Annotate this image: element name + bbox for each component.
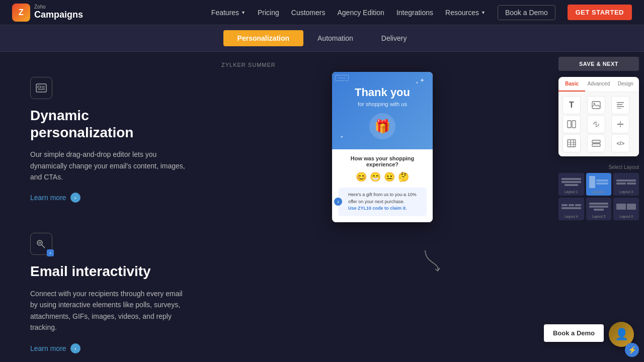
main-content: Dynamic personalization Our simple drag-… <box>0 52 644 362</box>
coupon-badge-icon: i <box>334 198 342 206</box>
email-interactivity-learn-more[interactable]: Learn more › <box>30 343 191 353</box>
svg-point-6 <box>39 242 41 244</box>
star-decoration-2: ✦ <box>416 81 419 85</box>
email-header: • • • • ✦ ✦ ✦ Thank you for shopping wit… <box>332 72 433 149</box>
email-header-frame: • • • • <box>335 75 349 81</box>
center-panel: ZYLKER SUMMER • • • • ✦ ✦ ✦ Thank you fo… <box>211 52 553 362</box>
layout-6-label: Layout 6 <box>615 215 637 218</box>
star-decoration: ✦ <box>420 77 425 84</box>
layouts-grid: Layout 1 Layout 2 <box>558 173 639 220</box>
editor-tab-design[interactable]: Design <box>612 77 639 92</box>
svg-line-7 <box>42 245 45 248</box>
layout-3-label: Layout 3 <box>615 190 637 194</box>
editor-btn-table[interactable] <box>562 134 581 152</box>
subnav-personalization[interactable]: Personalization <box>223 30 303 46</box>
dynamic-personalization-desc: Our simple drag-and-drop editor lets you… <box>30 149 191 183</box>
emoji-happy: 😊 <box>356 171 367 183</box>
curved-arrow-decoration <box>423 248 443 273</box>
email-interactivity-title: Email interactivity <box>30 263 191 280</box>
editor-btn-code[interactable]: </> <box>611 134 629 152</box>
editor-toolbar: T <box>558 92 639 156</box>
layout-3[interactable]: Layout 3 <box>613 173 639 196</box>
subnav-automation[interactable]: Automation <box>303 30 367 46</box>
editor-btn-text-align[interactable] <box>611 96 629 114</box>
editor-tab-basic[interactable]: Basic <box>558 77 585 92</box>
layout-4[interactable]: Layout 4 <box>558 198 584 220</box>
layout-5-label: Layout 5 <box>588 215 610 218</box>
editor-btn-image[interactable] <box>587 96 605 114</box>
nav-get-started[interactable]: GET STARTED <box>568 5 632 20</box>
save-next-button[interactable]: SAVE & NEXT <box>558 57 639 71</box>
chat-icon[interactable]: ⚡ <box>625 343 639 357</box>
svg-rect-19 <box>568 140 576 147</box>
brand-product: Campaigns <box>34 10 83 20</box>
layout-2-label: Layout 2 <box>588 190 610 194</box>
learn-more-arrow-icon: › <box>70 193 80 203</box>
svg-point-9 <box>593 103 595 105</box>
personalization-icon <box>30 77 52 99</box>
dynamic-personalization-title: Dynamic personalization <box>30 107 191 141</box>
email-body: How was your shopping experience? 😊 😁 😐 … <box>332 149 433 222</box>
feature-dynamic-personalization: Dynamic personalization Our simple drag-… <box>30 77 191 203</box>
logo-icon: Z <box>12 4 30 22</box>
email-thank-you-text: Thank you <box>340 86 425 99</box>
email-emoji-row: 😊 😁 😐 🤔 <box>338 171 427 183</box>
interactivity-icon: + <box>30 233 52 255</box>
nav-integrations[interactable]: Integrations <box>396 9 433 17</box>
emoji-neutral: 😐 <box>384 171 395 183</box>
email-coupon: i Here's a gift from us to you-a 10% off… <box>338 188 427 216</box>
layout-4-label: Layout 4 <box>560 215 582 218</box>
email-preview: • • • • ✦ ✦ ✦ Thank you for shopping wit… <box>332 72 433 222</box>
right-panel: SAVE & NEXT Basic Advanced Design T <box>553 52 644 362</box>
svg-rect-15 <box>572 121 576 128</box>
logo-area: Z Zoho Campaigns <box>12 4 83 22</box>
layout-1[interactable]: Layout 1 <box>558 173 584 196</box>
coupon-text: Here's a gift from us to you-a 10% offer… <box>343 192 422 212</box>
svg-rect-14 <box>568 121 571 128</box>
editor-panel: Basic Advanced Design T <box>558 77 639 156</box>
nav-links: Features ▼ Pricing Customers Agency Edit… <box>211 5 632 20</box>
svg-rect-1 <box>38 86 41 88</box>
email-subtitle-text: for shopping with us <box>340 101 425 107</box>
editor-btn-menu[interactable] <box>587 134 605 152</box>
editor-tabs: Basic Advanced Design <box>558 77 639 92</box>
layouts-title: Select Layout <box>558 164 639 170</box>
nav-book-demo[interactable]: Book a Demo <box>498 5 555 20</box>
navbar: Z Zoho Campaigns Features ▼ Pricing Cust… <box>0 0 644 25</box>
interactivity-badge: + <box>47 249 54 256</box>
layout-5[interactable]: Layout 5 <box>586 198 612 220</box>
svg-rect-24 <box>592 140 600 143</box>
nav-features[interactable]: Features ▼ <box>211 9 246 17</box>
svg-rect-25 <box>592 144 600 146</box>
email-gift-icon: 🎁 <box>369 113 395 139</box>
learn-more-arrow-2-icon: › <box>70 343 80 353</box>
brand-prefix: Zoho <box>34 5 83 10</box>
email-interactivity-desc: Connect with your recipients through eve… <box>30 288 191 333</box>
editor-btn-text[interactable]: T <box>562 96 581 114</box>
editor-btn-columns[interactable] <box>562 115 581 133</box>
star-decoration-3: ✦ <box>340 135 344 139</box>
floating-book-demo[interactable]: Book a Demo <box>544 324 604 342</box>
email-question-text: How was your shopping experience? <box>338 155 427 167</box>
nav-agency[interactable]: Agency Edition <box>337 9 384 17</box>
emoji-grin: 😁 <box>370 171 381 183</box>
left-panel: Dynamic personalization Our simple drag-… <box>0 52 211 362</box>
email-label: ZYLKER SUMMER <box>221 62 276 68</box>
editor-btn-link[interactable] <box>587 115 605 133</box>
layout-6[interactable]: Layout 6 <box>613 198 639 220</box>
editor-tab-advanced[interactable]: Advanced <box>585 77 612 92</box>
nav-pricing[interactable]: Pricing <box>258 9 279 17</box>
subnav: Personalization Automation Delivery <box>0 25 644 52</box>
dynamic-personalization-learn-more[interactable]: Learn more › <box>30 193 191 203</box>
brand-text: Zoho Campaigns <box>34 5 83 20</box>
editor-btn-divider[interactable] <box>611 115 629 133</box>
svg-point-5 <box>37 240 42 245</box>
nav-resources[interactable]: Resources ▼ <box>445 9 486 17</box>
subnav-delivery[interactable]: Delivery <box>367 30 421 46</box>
layout-2[interactable]: Layout 2 <box>586 173 612 196</box>
svg-rect-8 <box>592 102 600 109</box>
feature-email-interactivity: + Email interactivity Connect with your … <box>30 233 191 353</box>
layout-1-label: Layout 1 <box>560 190 582 194</box>
nav-customers[interactable]: Customers <box>291 9 326 17</box>
coupon-code: Use ZYL10 code to claim it. <box>348 206 407 211</box>
